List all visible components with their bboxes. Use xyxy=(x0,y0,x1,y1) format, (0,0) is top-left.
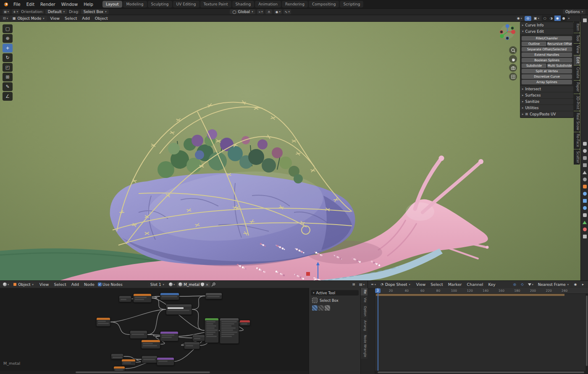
node-sidebar-tab-node-wrangle[interactable]: Node Wrangle xyxy=(361,333,368,359)
button-array-splines[interactable]: Array Splines xyxy=(522,80,572,84)
properties-editor-type-icon[interactable] xyxy=(581,17,588,24)
fake-user-shield-icon[interactable] xyxy=(201,282,204,286)
tool-move[interactable]: + xyxy=(3,44,13,52)
properties-tab-render[interactable] xyxy=(581,147,588,154)
panel-header-utilities[interactable]: ▸Utilities xyxy=(520,105,573,111)
panel-tab-paper[interactable]: Paper xyxy=(574,81,580,94)
zoom-button[interactable] xyxy=(509,46,517,54)
workspace-tab-texture-paint[interactable]: Texture Paint xyxy=(200,1,231,8)
panel-tab-tool[interactable]: Tool xyxy=(574,33,580,43)
scrollbar-handle[interactable] xyxy=(586,296,588,366)
camera-view-button[interactable] xyxy=(509,64,517,72)
button-extend-handles[interactable]: Extend Handles xyxy=(522,52,572,57)
button-boolean-splines[interactable]: Boolean Splines xyxy=(522,58,572,63)
pin-icon[interactable] xyxy=(211,282,215,287)
shader-menu-node[interactable]: Node xyxy=(81,282,97,287)
shader-node[interactable] xyxy=(160,293,179,300)
mode-dropdown[interactable]: ▦Object Mode▾ xyxy=(10,16,47,21)
panel-header-copy-paste-uv[interactable]: ▸▤Copy/Paste UV xyxy=(520,111,573,117)
shader-node[interactable] xyxy=(121,359,136,366)
menu-help[interactable]: Help xyxy=(81,1,96,8)
viewport-menu-select[interactable]: Select xyxy=(62,16,79,21)
tool-select-box[interactable]: ▢ xyxy=(3,24,13,33)
shader-menu-add[interactable]: Add xyxy=(69,282,81,287)
panel-header-curve-edit[interactable]: ▾Curve Edit xyxy=(520,29,573,34)
blender-logo-icon[interactable] xyxy=(3,2,8,7)
active-tool-panel-header[interactable]: ▾ Active Tool xyxy=(311,290,359,296)
overlays-icon[interactable]: ◉▾ xyxy=(516,16,523,21)
orthographic-toggle-button[interactable] xyxy=(509,73,517,81)
use-nodes-checkbox[interactable]: ✓ xyxy=(98,282,102,286)
menu-edit[interactable]: Edit xyxy=(24,1,37,8)
overlay-dropdown-icon[interactable]: ▣▾ xyxy=(533,16,541,21)
button-outline[interactable]: Outline xyxy=(522,42,546,46)
tool-annotate[interactable]: ✎ xyxy=(3,82,13,91)
gizmo-toggle-icon[interactable]: ◎ xyxy=(525,16,531,21)
only-selected-icon[interactable]: ◎ xyxy=(512,282,518,287)
shader-node[interactable] xyxy=(239,320,250,326)
viewport-3d-scene[interactable] xyxy=(0,15,580,280)
dope-menu-view[interactable]: View xyxy=(414,282,428,287)
viewport-editor-type-icon[interactable]: ⊡▾ xyxy=(2,16,9,21)
snap-mode-dropdown[interactable]: Nearest Frame▾ xyxy=(536,282,571,287)
texture-thumbnail-3[interactable] xyxy=(325,305,330,311)
panel-tab-3d-print[interactable]: 3D-Print xyxy=(574,94,580,111)
button-discretize-curve[interactable]: Discretize Curve xyxy=(522,74,572,79)
node-sidebar-tab-arrang[interactable]: Arrang xyxy=(361,319,368,332)
overflow-menu-icon[interactable]: ▸ xyxy=(580,282,586,287)
shader-node[interactable] xyxy=(184,342,200,349)
shader-node[interactable] xyxy=(220,318,239,344)
active-tool-row[interactable]: Select Box xyxy=(309,297,360,304)
show-hidden-icon[interactable]: ◇ xyxy=(519,282,526,287)
texture-thumbnail-2[interactable] xyxy=(318,305,324,311)
panel-header-intersect[interactable]: ▸Intersect xyxy=(520,86,573,92)
texture-thumbnail-1[interactable] xyxy=(312,305,318,311)
active-tool-icon[interactable]: +▾ xyxy=(12,9,19,14)
menu-render[interactable]: Render xyxy=(37,1,58,8)
shading-mode-2[interactable]: ◉ xyxy=(554,16,561,21)
workspace-tab-modeling[interactable]: Modeling xyxy=(123,1,147,8)
shader-node[interactable] xyxy=(205,293,222,299)
shader-node[interactable] xyxy=(141,340,160,349)
drag-dropdown[interactable]: Select Box▾ xyxy=(81,9,109,14)
properties-tab-world[interactable] xyxy=(581,176,588,183)
button-multi-subdivide[interactable]: Multi Subdivide xyxy=(547,63,572,68)
snap-toggle-icon[interactable]: ⌁▾ xyxy=(257,9,264,14)
workspace-tab-animation[interactable]: Animation xyxy=(255,1,281,8)
properties-tab-particles[interactable] xyxy=(581,197,588,204)
shader-node[interactable] xyxy=(205,318,219,343)
playhead[interactable] xyxy=(378,288,378,371)
workspace-tab-layout[interactable]: Layout xyxy=(102,1,122,8)
dope-sheet-editor-type-icon[interactable]: ≡▾ xyxy=(370,282,377,287)
shader-node[interactable] xyxy=(96,317,110,327)
workspace-tab-compositing[interactable]: Compositing xyxy=(309,1,339,8)
dope-menu-marker[interactable]: Marker xyxy=(446,282,465,287)
viewport-menu-add[interactable]: Add xyxy=(79,16,92,21)
shader-menu-select[interactable]: Select xyxy=(51,282,68,287)
timeline-ruler[interactable]: 20406080100120140160180200220240 xyxy=(375,288,588,294)
button-split-at-vertex[interactable]: Split at Vertex xyxy=(522,69,572,73)
pan-hand-button[interactable] xyxy=(509,55,517,63)
node-sidebar-tab-option[interactable]: Option xyxy=(361,304,368,318)
properties-tab-constraints[interactable] xyxy=(581,212,588,219)
shading-dropdown-icon[interactable]: ▾ xyxy=(568,17,570,20)
properties-tab-texture[interactable] xyxy=(581,233,588,240)
tool-measure[interactable]: ∠ xyxy=(3,92,13,101)
shader-node-canvas[interactable]: M_metal xyxy=(0,288,309,371)
options-dropdown[interactable]: Options▾ xyxy=(563,9,585,14)
properties-tab-material[interactable] xyxy=(581,226,588,233)
dope-menu-key[interactable]: Key xyxy=(486,282,498,287)
falloff-icon[interactable]: ∿▾ xyxy=(284,9,291,14)
menu-window[interactable]: Window xyxy=(58,1,81,8)
properties-tab-object-data[interactable] xyxy=(581,219,588,226)
tool-scale[interactable]: ◰ xyxy=(3,63,13,72)
button-fillet-chamfer[interactable]: Fillet/Chamfer xyxy=(522,36,572,41)
node-sidebar-tab-vie[interactable]: Vie xyxy=(361,296,368,304)
workspace-tab-scripting[interactable]: Scripting xyxy=(340,1,363,8)
panel-tab-edit[interactable]: Edit xyxy=(574,55,580,65)
button-recursive-offset[interactable]: Recursive Offset xyxy=(547,42,572,46)
magnet-icon[interactable]: ∩ xyxy=(265,9,272,14)
panel-tab-create[interactable]: Create xyxy=(574,65,580,80)
proportional-edit-icon[interactable]: ◉▾ xyxy=(274,9,281,14)
filter-funnel-icon[interactable]: ▾ xyxy=(527,282,535,287)
